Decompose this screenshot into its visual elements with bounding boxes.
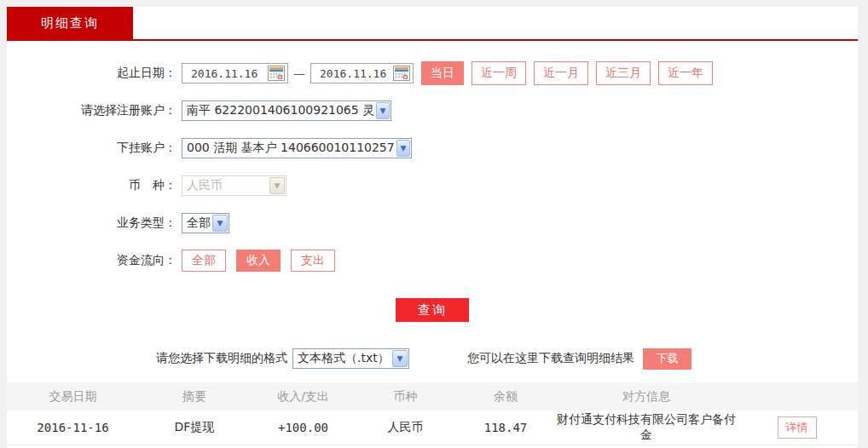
- chevron-down-icon: ▼: [212, 215, 228, 232]
- currency-select: 人民币 ▼: [182, 175, 286, 196]
- chevron-down-icon: ▼: [392, 350, 408, 367]
- table-row: 2016-11-16 DF提现 +100.00 人民币 118.47 财付通支付…: [7, 411, 858, 445]
- detail-button[interactable]: 详情: [778, 416, 817, 439]
- cell-counterparty: 财付通支付科技有限公司客户备付金: [557, 411, 736, 445]
- detail-query-panel: 明细查询 起止日期： 2016.11.16: [7, 7, 858, 448]
- query-button[interactable]: 查询: [396, 298, 469, 322]
- header-action: [736, 382, 858, 411]
- chevron-down-icon: ▼: [396, 140, 410, 157]
- currency-value: 人民币: [187, 178, 223, 193]
- currency-row: 币 种： 人民币 ▼: [7, 175, 858, 196]
- start-date-input[interactable]: 2016.11.16: [182, 63, 288, 83]
- chevron-down-icon: ▼: [269, 177, 285, 194]
- currency-label: 币 种：: [7, 178, 182, 193]
- sub-account-value: 000 活期 基本户 1406600101102571848: [187, 141, 396, 156]
- query-form: 起止日期： 2016.11.16 — 20: [7, 41, 858, 322]
- business-type-row: 业务类型： 全部 ▼: [7, 213, 858, 233]
- query-button-row: 查询: [7, 298, 858, 322]
- start-date-value: 2016.11.16: [191, 67, 258, 80]
- download-row: 请您选择下载明细的格式 文本格式（.txt） ▼ 您可以在这里下载查询明细结果 …: [7, 347, 858, 370]
- results-table: 交易日期 摘要 收入/支出 币种 余额 对方信息 2016-11-16 DF提现…: [7, 382, 858, 445]
- header-summary: 摘要: [139, 382, 250, 411]
- download-format-select[interactable]: 文本格式（.txt） ▼: [292, 348, 409, 369]
- sub-account-row: 下挂账户： 000 活期 基本户 1406600101102571848 ▼: [7, 138, 858, 158]
- header-amount: 收入/支出: [250, 382, 356, 411]
- download-format-label: 请您选择下载明细的格式: [156, 351, 287, 366]
- download-format-value: 文本格式（.txt）: [298, 351, 390, 366]
- calendar-icon[interactable]: [268, 66, 285, 81]
- chevron-down-icon: ▼: [376, 102, 390, 119]
- sub-account-select[interactable]: 000 活期 基本户 1406600101102571848 ▼: [182, 138, 412, 158]
- quick-range-quarter-button[interactable]: 近三月: [596, 61, 651, 85]
- download-button[interactable]: 下载: [643, 348, 692, 370]
- date-range-row: 起止日期： 2016.11.16 — 20: [7, 63, 858, 83]
- register-account-select[interactable]: 南平 6222001406100921065 灵通卡 ▼: [182, 101, 391, 121]
- quick-range-today-button[interactable]: 当日: [421, 61, 464, 85]
- sub-account-label: 下挂账户：: [7, 141, 182, 156]
- header-balance: 余额: [454, 382, 557, 411]
- fund-flow-all-button[interactable]: 全部: [182, 250, 226, 272]
- tab-detail-query[interactable]: 明细查询: [7, 7, 133, 39]
- business-type-label: 业务类型：: [7, 215, 182, 231]
- date-range-label: 起止日期：: [7, 66, 182, 81]
- quick-range-week-button[interactable]: 近一周: [472, 61, 526, 85]
- header-counterparty: 对方信息: [557, 382, 736, 411]
- fund-flow-expense-button[interactable]: 支出: [291, 250, 335, 272]
- fund-flow-income-button[interactable]: 收入: [236, 250, 281, 272]
- quick-range-year-button[interactable]: 近一年: [658, 61, 713, 85]
- cell-summary: DF提现: [139, 411, 250, 445]
- end-date-value: 2016.11.16: [320, 67, 386, 80]
- quick-range-month-button[interactable]: 近一月: [534, 61, 588, 85]
- register-account-label: 请选择注册账户：: [7, 103, 182, 118]
- cell-amount: +100.00: [250, 411, 356, 445]
- header-currency: 币种: [356, 382, 454, 411]
- download-hint: 您可以在这里下载查询明细结果: [467, 351, 634, 366]
- business-type-select[interactable]: 全部 ▼: [182, 213, 229, 233]
- cell-balance: 118.47: [454, 411, 557, 445]
- register-account-value: 南平 6222001406100921065 灵通卡: [187, 103, 375, 118]
- cell-currency: 人民币: [356, 411, 454, 445]
- end-date-input[interactable]: 2016.11.16: [310, 63, 414, 83]
- table-header-row: 交易日期 摘要 收入/支出 币种 余额 对方信息: [7, 382, 858, 411]
- fund-flow-row: 资金流向： 全部 收入 支出: [7, 250, 858, 271]
- register-account-row: 请选择注册账户： 南平 6222001406100921065 灵通卡 ▼: [7, 101, 858, 121]
- calendar-icon[interactable]: [393, 66, 410, 81]
- header-trade-date: 交易日期: [7, 382, 139, 411]
- tab-bar: 明细查询: [7, 7, 858, 41]
- cell-trade-date: 2016-11-16: [7, 411, 139, 445]
- business-type-value: 全部: [187, 215, 211, 231]
- fund-flow-label: 资金流向：: [7, 253, 182, 268]
- date-range-separator: —: [293, 66, 305, 80]
